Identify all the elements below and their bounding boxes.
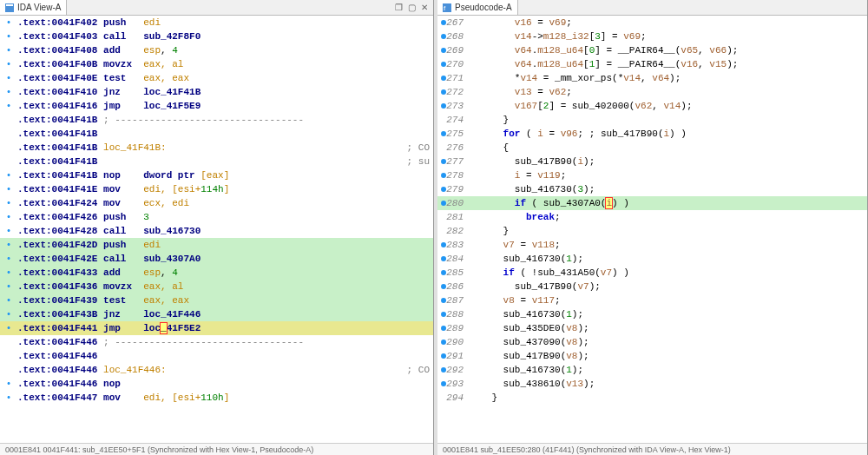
asm-line[interactable]: •.text:0041F40B movzx eax, al — [0, 57, 433, 71]
asm-line[interactable]: •.text:0041F416 jmp loc_41F5E9 — [0, 99, 433, 113]
pseudocode-line[interactable]: 285 if ( !sub_431A50(v7) ) — [437, 266, 867, 280]
asm-line[interactable]: •.text:0041F42E call sub_4307A0 — [0, 252, 433, 266]
pseudocode-line[interactable]: 272 v13 = v62; — [437, 85, 867, 99]
right-status-bar: 0001E841 sub_41EE50:280 (41F441) (Synchr… — [437, 443, 867, 455]
pseudocode-line[interactable]: 294 } — [437, 391, 867, 405]
gutter-marker: • — [0, 307, 17, 321]
asm-line[interactable]: •.text:0041F402 push edi — [0, 16, 433, 30]
pseudocode-line[interactable]: 280 if ( sub_4307A0(i) ) — [437, 196, 867, 210]
tab-ida-view[interactable]: IDA View-A — [0, 0, 67, 15]
gutter-marker — [0, 113, 17, 127]
asm-text: .text:0041F42E call sub_4307A0 — [17, 252, 433, 266]
code-text: sub_435DE0(v8); — [469, 321, 867, 335]
asm-text: .text:0041F446 nop — [17, 377, 433, 391]
pseudocode-line[interactable]: 281 break; — [437, 210, 867, 224]
pseudocode-line[interactable]: 269 v64.m128_u64[0] = __PAIR64__(v65, v6… — [437, 43, 867, 57]
asm-line[interactable]: .text:0041F41B — [0, 127, 433, 141]
code-text: v7 = v118; — [469, 238, 867, 252]
gutter-marker: • — [0, 30, 17, 43]
asm-text: .text:0041F441 jmp loc_41F5E2 — [17, 321, 433, 335]
asm-line[interactable]: •.text:0041F403 call sub_42F8F0 — [0, 30, 433, 43]
pseudocode-line[interactable]: 284 sub_416730(1); — [437, 252, 867, 266]
pseudocode-line[interactable]: 292 sub_416730(1); — [437, 363, 867, 377]
asm-text: .text:0041F436 movzx eax, al — [17, 280, 433, 293]
tab-pseudocode[interactable]: f Pseudocode-A — [437, 0, 518, 15]
line-number: 274 — [437, 113, 469, 127]
asm-line[interactable]: •.text:0041F428 call sub_416730 — [0, 224, 433, 238]
asm-text: .text:0041F433 add esp, 4 — [17, 266, 433, 280]
asm-line[interactable]: •.text:0041F410 jnz loc_41F41B — [0, 85, 433, 99]
asm-line[interactable]: •.text:0041F42D push edi — [0, 238, 433, 252]
asm-line[interactable]: .text:0041F446 loc_41F446:; CO — [0, 363, 433, 377]
pseudocode-line[interactable]: 293 sub_438610(v13); — [437, 377, 867, 391]
pseudocode-line[interactable]: 279 sub_416730(3); — [437, 182, 867, 196]
code-text: v64.m128_u64[1] = __PAIR64__(v16, v15); — [469, 57, 867, 71]
asm-line[interactable]: •.text:0041F426 push 3 — [0, 210, 433, 224]
asm-line[interactable]: •.text:0041F424 mov ecx, edi — [0, 196, 433, 210]
gutter-marker: • — [0, 210, 17, 224]
pseudocode-line[interactable]: 288 sub_416730(1); — [437, 307, 867, 321]
line-number: 280 — [437, 196, 469, 210]
pseudocode-line[interactable]: 289 sub_435DE0(v8); — [437, 321, 867, 335]
asm-line[interactable]: •.text:0041F447 mov edi, [esi+110h] — [0, 391, 433, 405]
line-number: 286 — [437, 280, 469, 293]
disassembly-listing[interactable]: •.text:0041F402 push edi•.text:0041F403 … — [0, 16, 433, 443]
gutter-marker: • — [0, 71, 17, 85]
line-number: 294 — [437, 391, 469, 405]
asm-line[interactable]: •.text:0041F41B nop dword ptr [eax] — [0, 168, 433, 182]
asm-line[interactable]: .text:0041F41B ; su — [0, 155, 433, 168]
asm-line[interactable]: •.text:0041F446 nop — [0, 377, 433, 391]
pseudocode-line[interactable]: 283 v7 = v118; — [437, 238, 867, 252]
gutter-marker — [0, 141, 17, 155]
pseudocode-line[interactable]: 273 v167[2] = sub_402000(v62, v14); — [437, 99, 867, 113]
gutter-marker — [0, 335, 17, 349]
pseudocode-line[interactable]: 267 v16 = v69; — [437, 16, 867, 30]
pseudocode-line[interactable]: 276 { — [437, 141, 867, 155]
asm-line[interactable]: .text:0041F41B loc_41F41B:; CO — [0, 141, 433, 155]
asm-text: .text:0041F40E test eax, eax — [17, 71, 433, 85]
pseudocode-line[interactable]: 286 sub_417B90(v7); — [437, 280, 867, 293]
close-icon[interactable]: ✕ — [421, 3, 428, 12]
line-number: 282 — [437, 224, 469, 238]
code-text: v13 = v62; — [469, 85, 867, 99]
pseudocode-line[interactable]: 275 for ( i = v96; ; sub_417B90(i) ) — [437, 127, 867, 141]
asm-line[interactable]: •.text:0041F40E test eax, eax — [0, 71, 433, 85]
code-text: sub_417B90(v7); — [469, 280, 867, 293]
asm-line[interactable]: .text:0041F41B ; -----------------------… — [0, 113, 433, 127]
code-text: break; — [469, 210, 867, 224]
asm-line[interactable]: •.text:0041F408 add esp, 4 — [0, 43, 433, 57]
pseudocode-line[interactable]: 270 v64.m128_u64[1] = __PAIR64__(v16, v1… — [437, 57, 867, 71]
pseudocode-line[interactable]: 271 *v14 = _mm_xor_ps(*v14, v64); — [437, 71, 867, 85]
asm-line[interactable]: .text:0041F446 — [0, 349, 433, 363]
restore-icon[interactable]: ❐ — [395, 3, 403, 12]
pseudocode-line[interactable]: 268 v14->m128_i32[3] = v69; — [437, 30, 867, 43]
pseudocode-line[interactable]: 291 sub_417B90(v8); — [437, 349, 867, 363]
left-tab-controls: ❐ ▢ ✕ — [395, 3, 433, 12]
asm-line[interactable]: •.text:0041F433 add esp, 4 — [0, 266, 433, 280]
pseudocode-listing[interactable]: 267 v16 = v69;268 v14->m128_i32[3] = v69… — [437, 16, 867, 443]
gutter-marker: • — [0, 43, 17, 57]
pseudocode-line[interactable]: 282 } — [437, 224, 867, 238]
asm-line[interactable]: •.text:0041F43B jnz loc_41F446 — [0, 307, 433, 321]
asm-text: .text:0041F403 call sub_42F8F0 — [17, 30, 433, 43]
gutter-marker: • — [0, 293, 17, 307]
asm-line[interactable]: •.text:0041F41E mov edi, [esi+114h] — [0, 182, 433, 196]
pseudocode-line[interactable]: 287 v8 = v117; — [437, 293, 867, 307]
asm-line[interactable]: •.text:0041F436 movzx eax, al — [0, 280, 433, 293]
pseudocode-line[interactable]: 274 } — [437, 113, 867, 127]
asm-line[interactable]: •.text:0041F441 jmp loc_41F5E2 — [0, 321, 433, 335]
asm-text: .text:0041F428 call sub_416730 — [17, 224, 433, 238]
line-number: 267 — [437, 16, 469, 30]
line-number: 275 — [437, 127, 469, 141]
line-number: 278 — [437, 168, 469, 182]
pseudocode-line[interactable]: 278 i = v119; — [437, 168, 867, 182]
maximize-icon[interactable]: ▢ — [408, 3, 416, 12]
ida-view-pane: IDA View-A ❐ ▢ ✕ •.text:0041F402 push ed… — [0, 0, 434, 455]
pseudocode-line[interactable]: 277 sub_417B90(i); — [437, 155, 867, 168]
asm-line[interactable]: •.text:0041F439 test eax, eax — [0, 293, 433, 307]
asm-line[interactable]: .text:0041F446 ; -----------------------… — [0, 335, 433, 349]
gutter-marker: • — [0, 391, 17, 405]
gutter-marker: • — [0, 280, 17, 293]
pseudocode-line[interactable]: 290 sub_437090(v8); — [437, 335, 867, 349]
asm-text: .text:0041F41B ; su — [17, 155, 433, 168]
